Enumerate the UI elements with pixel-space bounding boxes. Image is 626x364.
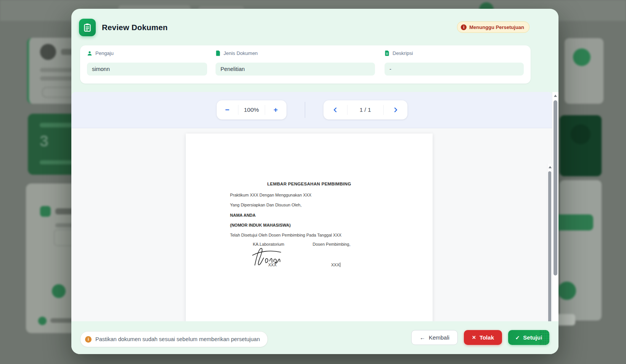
pdf-page: LEMBAR PENGESAHAN PEMBIMBING Praktikum X… (186, 134, 433, 321)
viewer-toolbar: − 100% + 1 / 1 (71, 92, 552, 128)
field-jenis-dokumen: Jenis Dokumen Penelitian (216, 45, 375, 84)
info-icon: i (85, 336, 92, 343)
field-label: Jenis Dokumen (224, 50, 258, 56)
field-value-deskripsi: - (385, 63, 524, 76)
document-lines-icon (385, 50, 389, 56)
footer-actions: ← Kembali ✕ Tolak ✓ Setujui (411, 330, 549, 345)
field-value-jenis-dokumen: Penelitian (216, 63, 375, 76)
arrow-left-icon: ← (420, 335, 425, 340)
document-scrollbar[interactable] (547, 164, 552, 321)
background-section-icon (40, 206, 51, 217)
field-label-row: Jenis Dokumen (216, 50, 258, 56)
next-page-button[interactable] (384, 100, 407, 119)
zoom-control: − 100% + (217, 100, 286, 119)
modal-title: Review Dokumen (102, 23, 168, 32)
background-status-dot (38, 317, 47, 325)
modal-footer: i Pastikan dokumen sudah sesuai sebelum … (71, 321, 558, 354)
review-dokumen-modal: Review Dokumen i Menunggu Persetujuan Pe… (71, 9, 558, 354)
background-stat-value: 3 (40, 132, 48, 150)
document-title: LEMBAR PENGESAHAN PEMBIMBING (186, 182, 433, 186)
modal-scrollbar[interactable] (552, 92, 558, 321)
info-icon: i (461, 24, 467, 30)
page-control: 1 / 1 (323, 100, 407, 119)
signatory-name-right: XXX (331, 263, 340, 267)
field-value-pengaju: simonn (87, 63, 207, 76)
document-icon (216, 50, 220, 56)
toolbar-divider (305, 102, 305, 118)
back-button-label: Kembali (429, 334, 449, 341)
document-line: (NOMOR INDUK MAHASISWA) (230, 220, 414, 230)
document-line: Praktikum XXX Dengan Menggunakan XXX (230, 190, 414, 200)
document-canvas: LEMBAR PENGESAHAN PEMBIMBING Praktikum X… (71, 128, 552, 321)
prev-page-button[interactable] (323, 100, 347, 119)
background-side-card (565, 38, 603, 104)
field-deskripsi: Deskripsi - (385, 45, 524, 84)
back-button[interactable]: ← Kembali (411, 330, 458, 345)
clipboard-list-icon (79, 19, 96, 36)
chevron-left-icon (333, 107, 338, 113)
scroll-up-arrow-icon[interactable] (549, 166, 552, 168)
status-badge-label: Menunggu Persetujuan (469, 24, 524, 30)
approve-button-label: Setujui (523, 334, 542, 341)
document-line: Telah Disetujui Oleh Dosen Pembimbing Pa… (230, 230, 414, 240)
zoom-in-button[interactable]: + (265, 100, 286, 119)
status-badge: i Menunggu Persetujuan (457, 21, 529, 33)
reject-button-label: Tolak (480, 334, 494, 341)
document-scrollbar-thumb[interactable] (548, 171, 551, 321)
signatory-role-right: Dosen Pembimbing, (312, 242, 350, 246)
document-viewer: − 100% + 1 / 1 (71, 92, 552, 321)
screen: 3 Revi (0, 0, 626, 364)
approve-button[interactable]: ✓ Setujui (508, 330, 549, 345)
zoom-level: 100% (238, 106, 265, 113)
approval-note: i Pastikan dokumen sudah sesuai sebelum … (80, 331, 268, 347)
field-label-row: Deskripsi (385, 50, 413, 56)
background-side-icon (571, 124, 591, 144)
chevron-right-icon (393, 107, 398, 113)
background-side-icon (558, 282, 576, 300)
background-button (555, 214, 593, 230)
document-body: Praktikum XXX Dengan Menggunakan XXX Yan… (230, 190, 414, 240)
avatar (40, 44, 56, 60)
modal-scrollbar-thumb[interactable] (554, 100, 557, 275)
field-pengaju: Pengaju simonn (87, 45, 207, 84)
scroll-up-arrow-icon[interactable] (554, 95, 557, 97)
check-icon: ✓ (515, 335, 520, 340)
approval-note-text: Pastikan dokumen sudah sesuai sebelum me… (95, 336, 260, 342)
x-icon: ✕ (472, 335, 476, 340)
field-label-row: Pengaju (87, 50, 114, 56)
document-line: NAMA ANDA (230, 210, 414, 220)
user-icon (87, 51, 92, 56)
background-side-icon (573, 48, 591, 66)
background-list-avatar (52, 284, 66, 298)
field-label: Deskripsi (393, 50, 413, 56)
page-indicator: 1 / 1 (348, 106, 383, 113)
submission-info-card: Pengaju simonn Jenis Dokumen Penelitian (80, 45, 531, 84)
signatory-name-left: XXX (268, 263, 277, 267)
zoom-out-button[interactable]: − (217, 100, 238, 119)
signatory-role-left: KA.Laboratorium (253, 242, 285, 246)
reject-button[interactable]: ✕ Tolak (464, 330, 502, 345)
text-caret (340, 263, 340, 267)
document-line: Yang Dipersiapkan Dan Disusun Oleh, (230, 200, 414, 210)
field-label: Pengaju (95, 50, 114, 56)
modal-header: Review Dokumen (79, 19, 168, 36)
